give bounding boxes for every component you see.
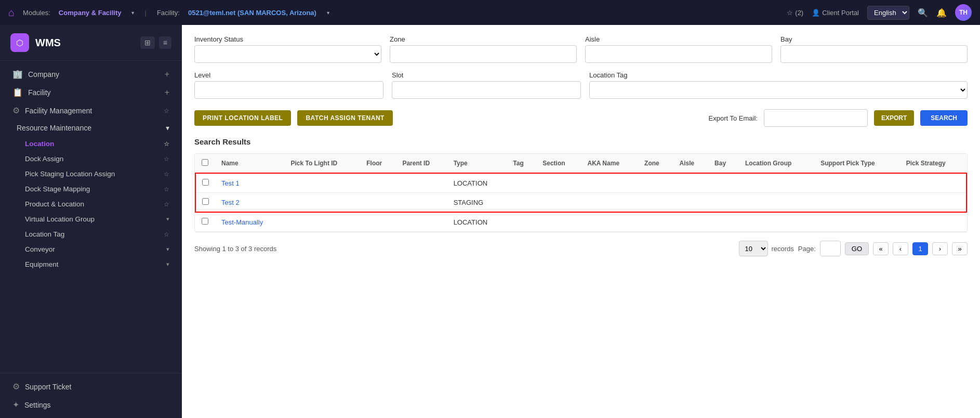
- sidebar-item-support-ticket[interactable]: ⚙ Support Ticket: [8, 377, 174, 396]
- search-icon-btn[interactable]: 🔍: [918, 8, 928, 18]
- sidebar-item-settings[interactable]: ✦ Settings: [8, 396, 174, 414]
- resource-maintenance-header[interactable]: Resource Maintenance ▾: [8, 120, 174, 136]
- sidebar-item-dock-assign[interactable]: Dock Assign ☆: [8, 151, 174, 166]
- company-label: Company: [28, 70, 59, 79]
- location-tag-star[interactable]: ☆: [164, 231, 169, 238]
- go-btn[interactable]: GO: [845, 242, 869, 255]
- col-pick-to-light-id: Pick To Light ID: [284, 154, 360, 173]
- facility-value: 0521@teml.net (SAN MARCOS, Arizona): [188, 9, 316, 17]
- field-level: Level: [194, 71, 383, 99]
- first-page-btn[interactable]: «: [873, 242, 889, 255]
- sidebar-item-conveyor[interactable]: Conveyor ▾: [8, 242, 174, 257]
- col-name: Name: [215, 154, 284, 173]
- search-btn[interactable]: SEARCH: [920, 110, 968, 126]
- row-cell-pick-strategy: [900, 193, 966, 213]
- facility-management-star[interactable]: ☆: [164, 107, 169, 114]
- main-content: Inventory Status Zone Aisle Bay: [182, 25, 980, 418]
- equipment-chevron: ▾: [166, 261, 169, 268]
- results-table: Name Pick To Light ID Floor Parent ID Ty…: [195, 154, 967, 232]
- export-btn[interactable]: EXPORT: [874, 110, 914, 126]
- row-cell-bay: [708, 173, 739, 193]
- sidebar-item-equipment[interactable]: Equipment ▾: [8, 257, 174, 272]
- row-cell-type: LOCATION: [447, 173, 507, 193]
- sidebar-item-facility-management[interactable]: ⚙ Facility Management ☆: [8, 101, 174, 120]
- export-email-input[interactable]: [764, 109, 868, 127]
- home-icon[interactable]: ⌂: [8, 7, 15, 19]
- sidebar-item-dock-stage-mapping[interactable]: Dock Stage Mapping ☆: [8, 181, 174, 197]
- list-view-btn[interactable]: ≡: [159, 36, 171, 49]
- sidebar-item-product-location[interactable]: Product & Location ☆: [8, 197, 174, 212]
- row-name-link[interactable]: Test 2: [221, 199, 240, 206]
- col-location-group: Location Group: [739, 154, 814, 173]
- notification-icon-btn[interactable]: 🔔: [936, 8, 947, 18]
- row-name-link[interactable]: Test-Manually: [221, 218, 263, 226]
- location-tag-label: Location Tag: [25, 230, 64, 238]
- row-cell-parent-id: [396, 193, 447, 213]
- level-input[interactable]: [194, 81, 383, 99]
- row-cell-tag: [507, 193, 536, 213]
- location-tag-select[interactable]: [589, 81, 968, 99]
- modules-dropdown-icon[interactable]: ▾: [131, 10, 134, 16]
- col-section: Section: [536, 154, 581, 173]
- col-bay: Bay: [708, 154, 739, 173]
- table-row: Test 1LOCATION: [195, 173, 966, 193]
- company-plus-btn[interactable]: +: [165, 70, 169, 79]
- bay-input[interactable]: [780, 45, 968, 63]
- aisle-input[interactable]: [585, 45, 772, 63]
- zone-input[interactable]: [390, 45, 577, 63]
- location-tag-form-label: Location Tag: [589, 71, 968, 79]
- row-cell-floor: [360, 193, 396, 213]
- grid-view-btn[interactable]: ⊞: [140, 36, 155, 49]
- row-cell-aka-name: [581, 193, 638, 213]
- dock-assign-star[interactable]: ☆: [164, 155, 169, 163]
- button-row: PRINT LOCATION LABEL BATCH ASSIGN TENANT…: [194, 109, 968, 127]
- avatar[interactable]: TH: [955, 4, 972, 21]
- row-checkbox[interactable]: [202, 179, 209, 186]
- zone-label: Zone: [390, 35, 577, 43]
- row-name-link[interactable]: Test 1: [221, 179, 240, 187]
- facility-dropdown-icon[interactable]: ▾: [327, 10, 329, 16]
- page-1-btn[interactable]: 1: [912, 242, 928, 255]
- location-star[interactable]: ☆: [164, 140, 169, 148]
- next-page-btn[interactable]: ›: [932, 242, 948, 255]
- export-to-email-label: Export To Email:: [709, 114, 758, 122]
- search-results-title: Search Results: [194, 137, 968, 146]
- settings-icon: ✦: [12, 400, 19, 410]
- prev-page-btn[interactable]: ‹: [893, 242, 908, 255]
- print-location-label-btn[interactable]: PRINT LOCATION LABEL: [194, 110, 291, 126]
- dock-stage-mapping-star[interactable]: ☆: [164, 186, 169, 193]
- row-cell-parent-id: [396, 173, 447, 193]
- facility-plus-btn[interactable]: +: [165, 88, 169, 97]
- row-cell-zone: [638, 193, 673, 213]
- row-cell-support-pick-type: [814, 212, 900, 232]
- select-all-checkbox[interactable]: [202, 159, 208, 166]
- row-cell-pick-to-light-id: [284, 193, 360, 213]
- col-floor: Floor: [360, 154, 396, 173]
- slot-input[interactable]: [392, 81, 581, 99]
- sidebar: ⬡ WMS ⊞ ≡ 🏢 Company + 📋 Facility +: [0, 25, 182, 418]
- row-checkbox[interactable]: [202, 198, 209, 205]
- field-inventory-status: Inventory Status: [194, 35, 381, 63]
- virtual-location-group-chevron: ▾: [166, 216, 169, 223]
- sidebar-item-pick-staging[interactable]: Pick Staging Location Assign ☆: [8, 166, 174, 181]
- star-group[interactable]: ☆ (2): [787, 9, 803, 17]
- row-checkbox[interactable]: [202, 218, 208, 225]
- inventory-status-select[interactable]: [194, 45, 381, 63]
- row-cell-tag: [507, 212, 536, 232]
- sidebar-item-location-tag[interactable]: Location Tag ☆: [8, 227, 174, 242]
- pick-staging-star[interactable]: ☆: [164, 171, 169, 178]
- product-location-star[interactable]: ☆: [164, 201, 169, 208]
- star-count: (2): [795, 9, 803, 17]
- sidebar-item-virtual-location-group[interactable]: Virtual Location Group ▾: [8, 212, 174, 227]
- records-per-page-select[interactable]: 10 25 50 100: [739, 241, 768, 256]
- form-row1: Inventory Status Zone Aisle Bay: [194, 35, 968, 63]
- sidebar-item-location[interactable]: Location ☆: [8, 136, 174, 151]
- batch-assign-tenant-btn[interactable]: BATCH ASSIGN TENANT: [297, 110, 393, 126]
- language-select[interactable]: English: [867, 6, 909, 20]
- sidebar-item-facility[interactable]: 📋 Facility +: [8, 83, 174, 101]
- last-page-btn[interactable]: »: [952, 242, 968, 255]
- page-input[interactable]: [820, 241, 841, 256]
- client-portal-link[interactable]: 👤 Client Portal: [812, 9, 859, 17]
- sidebar-item-company[interactable]: 🏢 Company +: [8, 65, 174, 83]
- row-cell-location-group: [739, 173, 814, 193]
